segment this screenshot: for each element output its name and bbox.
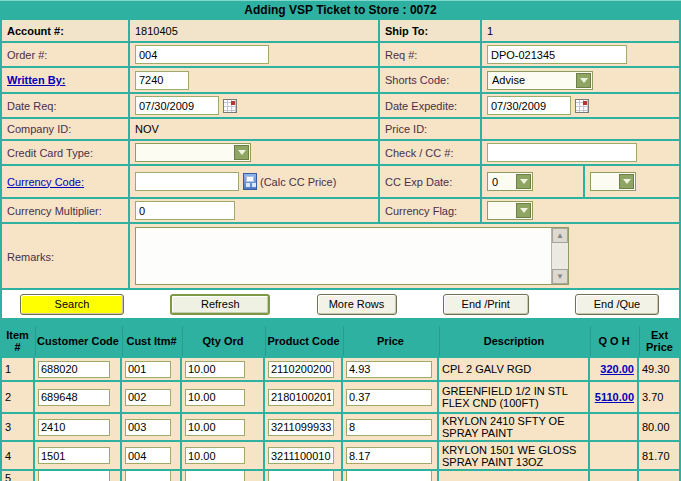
customer-code-input[interactable] [38,389,110,406]
description-cell [439,471,588,481]
col-header-product-code: Product Code [265,326,341,356]
cust-itm-input[interactable] [125,471,171,481]
cc-exp-month-select[interactable]: 0 [487,172,533,191]
price-id-label: Price ID: [380,119,480,139]
col-header-cust-itm: Cust Itm# [122,326,180,356]
account-label: Account #: [2,20,128,41]
chevron-down-icon[interactable] [516,174,531,189]
remarks-field: ▲ ▼ [135,227,569,285]
ext-price-cell: 80.00 [639,414,679,440]
price-input[interactable] [346,389,432,406]
search-button[interactable]: Search [20,294,124,315]
col-header-qoh: Q O H [590,326,637,356]
shorts-code-select[interactable]: Advise [487,71,593,90]
end-que-button[interactable]: End /Que [575,294,659,315]
calculator-icon[interactable] [243,173,257,190]
currency-multiplier-input[interactable] [135,201,235,220]
vsp-ticket-window: Adding VSP Ticket to Store : 0072 Accoun… [0,0,681,481]
customer-code-input[interactable] [38,361,110,378]
currency-flag-select[interactable] [487,201,533,220]
description-cell: KRYLON 2410 SFTY OE SPRAY PAINT [439,414,588,440]
col-header-price: Price [343,326,437,356]
product-code-input[interactable] [268,447,334,464]
customer-code-input[interactable] [38,419,110,436]
qty-ord-input[interactable] [185,361,245,378]
credit-card-type-select[interactable] [135,143,251,162]
item-number: 1 [2,358,33,380]
refresh-button[interactable]: Refresh [170,294,270,315]
product-code-input[interactable] [268,471,334,481]
ship-to-value: 1 [482,20,679,41]
price-input[interactable] [346,471,432,481]
col-header-customer-code: Customer Code [35,326,120,356]
col-header-description: Description [439,326,588,356]
customer-code-input[interactable] [38,471,110,481]
product-code-input[interactable] [268,389,334,406]
date-expedite-input[interactable] [487,96,571,115]
chevron-down-icon[interactable] [234,145,249,160]
scroll-up-icon[interactable]: ▲ [552,228,568,243]
remarks-label: Remarks: [7,226,54,288]
calc-cc-price-label: (Calc CC Price) [260,176,336,188]
cc-exp-year-select[interactable] [590,172,636,191]
price-input[interactable] [346,447,432,464]
date-req-label: Date Req: [2,94,128,117]
cust-itm-input[interactable] [125,361,171,378]
item-number: 3 [2,414,33,440]
shorts-code-value: Advise [492,74,525,86]
description-cell: KRYLON 1501 WE GLOSS SPRAY PAINT 13OZ [439,442,588,469]
scroll-down-icon[interactable]: ▼ [552,269,568,284]
description-cell: GREENFIELD 1/2 IN STL FLEX CND (100FT) [439,382,588,412]
description-cell: CPL 2 GALV RGD [439,358,588,380]
shorts-code-label: Shorts Code: [380,68,480,92]
order-label: Order #: [2,43,128,66]
item-number: 4 [2,442,33,469]
qty-ord-input[interactable] [185,419,245,436]
written-by-input[interactable] [135,71,189,90]
ext-price-cell: 3.70 [639,382,679,412]
customer-code-input[interactable] [38,447,110,464]
req-label: Req #: [380,43,480,66]
qty-ord-input[interactable] [185,471,245,481]
currency-code-input[interactable] [135,172,239,191]
ship-to-label: Ship To: [380,20,480,41]
qoh-link[interactable]: 5110.00 [595,391,634,403]
remarks-scrollbar[interactable]: ▲ ▼ [551,228,568,284]
calendar-icon[interactable] [223,99,237,113]
ext-price-cell: 49.30 [639,358,679,380]
product-code-input[interactable] [268,361,334,378]
qty-ord-input[interactable] [185,389,245,406]
written-by-link[interactable]: Written By: [7,74,65,86]
qoh-link[interactable]: 320.00 [600,363,634,375]
check-cc-label: Check / CC #: [380,141,480,164]
cust-itm-input[interactable] [125,389,171,406]
chevron-down-icon[interactable] [619,174,634,189]
col-header-qty-ord: Qty Ord [182,326,263,356]
price-id-value [482,119,679,139]
currency-multiplier-label: Currency Multiplier: [2,199,128,222]
check-cc-input[interactable] [487,143,637,162]
chevron-down-icon[interactable] [576,73,591,88]
calendar-icon[interactable] [575,99,589,113]
item-number: 2 [2,382,33,412]
currency-flag-label: Currency Flag: [380,199,480,222]
end-print-button[interactable]: End /Print [443,294,529,315]
action-button-bar: Search Refresh More Rows End /Print End … [0,290,681,318]
ext-price-cell: 81.70 [639,442,679,469]
remarks-textarea[interactable] [136,228,551,284]
cust-itm-input[interactable] [125,419,171,436]
window-title: Adding VSP Ticket to Store : 0072 [0,0,681,18]
product-code-input[interactable] [268,419,334,436]
price-input[interactable] [346,419,432,436]
order-input[interactable] [135,45,269,64]
chevron-down-icon[interactable] [516,203,531,218]
currency-code-link[interactable]: Currency Code: [7,176,84,188]
price-input[interactable] [346,361,432,378]
cust-itm-input[interactable] [125,447,171,464]
col-header-ext-price: Ext Price [639,326,679,356]
company-id-value: NOV [130,119,378,139]
qty-ord-input[interactable] [185,447,245,464]
req-input[interactable] [487,45,627,64]
date-req-input[interactable] [135,96,219,115]
more-rows-button[interactable]: More Rows [317,294,397,315]
